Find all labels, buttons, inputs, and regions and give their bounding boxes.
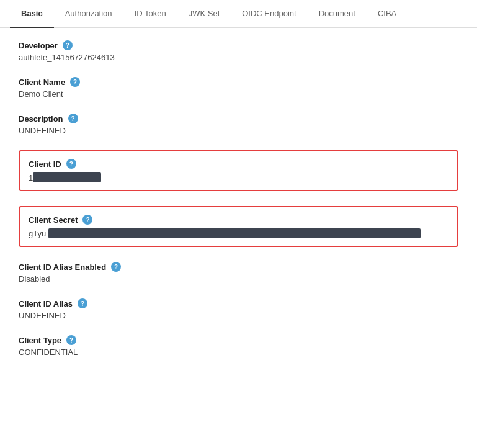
client-id-alias-label: Client ID Alias ?: [19, 298, 458, 308]
client-id-alias-value: UNDEFINED: [19, 311, 458, 320]
client-id-alias-enabled-label: Client ID Alias Enabled ?: [19, 262, 458, 272]
client-type-field: Client Type ? CONFIDENTIAL: [19, 335, 458, 357]
tab-document[interactable]: Document: [308, 0, 367, 28]
developer-help-icon[interactable]: ?: [63, 40, 73, 50]
client-id-label: Client ID ?: [29, 159, 448, 169]
client-type-help-icon[interactable]: ?: [66, 335, 76, 345]
client-id-help-icon[interactable]: ?: [66, 159, 76, 169]
client-secret-redacted: [48, 228, 421, 238]
client-secret-section: Client Secret ? gTyu: [19, 206, 458, 247]
client-id-alias-enabled-field: Client ID Alias Enabled ? Disabled: [19, 262, 458, 284]
client-id-alias-enabled-value: Disabled: [19, 274, 458, 284]
tab-basic[interactable]: Basic: [10, 0, 54, 28]
client-secret-help-icon[interactable]: ?: [82, 215, 92, 225]
client-name-help-icon[interactable]: ?: [70, 77, 80, 87]
tab-id-token[interactable]: ID Token: [123, 0, 177, 28]
client-type-value: CONFIDENTIAL: [19, 347, 458, 357]
tab-authorization[interactable]: Authorization: [54, 0, 123, 28]
client-name-field: Client Name ? Demo Client: [19, 77, 458, 99]
client-id-alias-enabled-help-icon[interactable]: ?: [111, 262, 121, 272]
description-help-icon[interactable]: ?: [68, 114, 78, 123]
description-value: UNDEFINED: [19, 126, 458, 135]
developer-value: authlete_14156727624613: [19, 53, 458, 62]
developer-label: Developer ?: [19, 40, 458, 50]
client-id-redacted: [33, 172, 101, 182]
description-field: Description ? UNDEFINED: [19, 114, 458, 135]
client-id-section: Client ID ? 1: [19, 150, 458, 191]
tab-jwk-set[interactable]: JWK Set: [177, 0, 231, 28]
client-secret-label: Client Secret ?: [29, 215, 448, 225]
client-secret-value: gTyu: [29, 228, 448, 238]
developer-field: Developer ? authlete_14156727624613: [19, 40, 458, 62]
tab-oidc-endpoint[interactable]: OIDC Endpoint: [231, 0, 307, 28]
client-id-alias-field: Client ID Alias ? UNDEFINED: [19, 298, 458, 320]
description-label: Description ?: [19, 114, 458, 123]
tab-ciba[interactable]: CIBA: [367, 0, 408, 28]
tab-bar: Basic Authorization ID Token JWK Set OID…: [0, 0, 477, 28]
main-content: Developer ? authlete_14156727624613 Clie…: [0, 28, 477, 384]
client-name-value: Demo Client: [19, 89, 458, 99]
client-id-value: 1: [29, 172, 448, 182]
client-type-label: Client Type ?: [19, 335, 458, 345]
client-id-alias-help-icon[interactable]: ?: [78, 298, 87, 308]
client-name-label: Client Name ?: [19, 77, 458, 87]
